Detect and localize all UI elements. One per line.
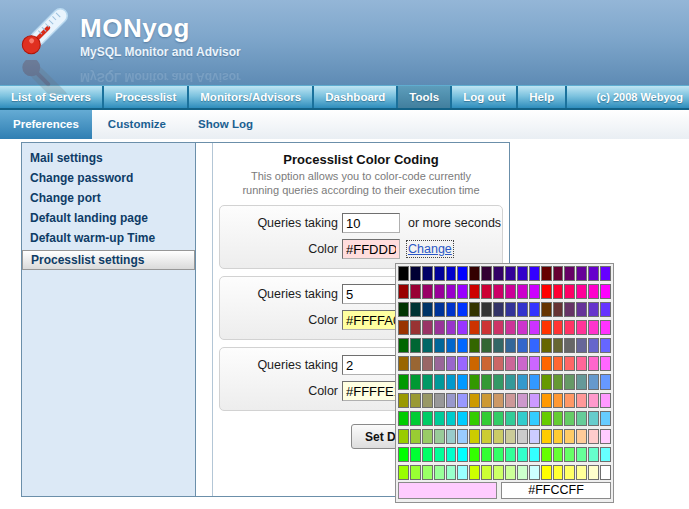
palette-swatch-99FFFF[interactable] [457,465,468,480]
palette-swatch-330099[interactable] [505,266,516,281]
palette-swatch-9966CC[interactable] [446,356,457,371]
palette-swatch-990033[interactable] [410,284,421,299]
palette-swatch-9999FF[interactable] [457,393,468,408]
palette-swatch-999999[interactable] [434,393,445,408]
palette-swatch-FF0033[interactable] [553,284,564,299]
palette-swatch-330066[interactable] [493,266,504,281]
nav-tab-dashboard[interactable]: Dashboard [314,86,398,108]
palette-swatch-0099CC[interactable] [446,374,457,389]
palette-swatch-006600[interactable] [398,338,409,353]
nav-tab-monitors-advisors[interactable]: Monitors/Advisors [189,86,314,108]
nav-tab-help[interactable]: Help [518,86,567,108]
palette-swatch-339999[interactable] [505,374,516,389]
palette-swatch-CCCCFF[interactable] [529,429,540,444]
palette-swatch-FFFFFF[interactable] [600,465,611,480]
palette-swatch-66CC00[interactable] [541,411,552,426]
palette-swatch-99FF00[interactable] [398,465,409,480]
palette-swatch-330000[interactable] [469,266,480,281]
palette-swatch-660033[interactable] [553,266,564,281]
palette-swatch-6633FF[interactable] [600,302,611,317]
palette-swatch-339933[interactable] [481,374,492,389]
palette-swatch-00FF66[interactable] [422,447,433,462]
palette-swatch-003366[interactable] [422,302,433,317]
palette-swatch-FFCC66[interactable] [564,429,575,444]
palette-swatch-33CC66[interactable] [493,411,504,426]
palette-swatch-000033[interactable] [410,266,421,281]
palette-swatch-003300[interactable] [398,302,409,317]
palette-swatch-999933[interactable] [410,393,421,408]
palette-swatch-66FF66[interactable] [564,447,575,462]
palette-swatch-CC66FF[interactable] [529,356,540,371]
palette-swatch-FF0066[interactable] [564,284,575,299]
palette-swatch-996633[interactable] [410,356,421,371]
color-hex-field[interactable]: #FFCCFF [501,482,611,499]
palette-swatch-CCCC66[interactable] [493,429,504,444]
palette-swatch-009966[interactable] [422,374,433,389]
palette-swatch-66CC66[interactable] [564,411,575,426]
palette-swatch-669900[interactable] [541,374,552,389]
palette-swatch-00FF33[interactable] [410,447,421,462]
palette-swatch-999900[interactable] [398,393,409,408]
palette-swatch-66FF00[interactable] [541,447,552,462]
palette-swatch-CC0033[interactable] [481,284,492,299]
palette-swatch-00CC00[interactable] [398,411,409,426]
palette-swatch-3333CC[interactable] [517,302,528,317]
palette-swatch-99FF33[interactable] [410,465,421,480]
palette-swatch-FFCC00[interactable] [541,429,552,444]
palette-swatch-336600[interactable] [469,338,480,353]
palette-swatch-339966[interactable] [493,374,504,389]
palette-swatch-0000FF[interactable] [457,266,468,281]
palette-swatch-9966FF[interactable] [457,356,468,371]
palette-swatch-FF9900[interactable] [541,393,552,408]
palette-swatch-0033FF[interactable] [457,302,468,317]
palette-swatch-33CC99[interactable] [505,411,516,426]
palette-swatch-FF0000[interactable] [541,284,552,299]
palette-swatch-993366[interactable] [422,320,433,335]
palette-swatch-FF0099[interactable] [576,284,587,299]
palette-swatch-99CCCC[interactable] [446,429,457,444]
palette-swatch-999966[interactable] [422,393,433,408]
palette-swatch-006666[interactable] [422,338,433,353]
palette-swatch-FF9999[interactable] [576,393,587,408]
palette-swatch-CCFF66[interactable] [493,465,504,480]
palette-swatch-FFFF00[interactable] [541,465,552,480]
palette-swatch-663366[interactable] [564,302,575,317]
palette-swatch-99CC99[interactable] [434,429,445,444]
palette-swatch-CCFF99[interactable] [505,465,516,480]
palette-swatch-333399[interactable] [505,302,516,317]
palette-swatch-660066[interactable] [564,266,575,281]
color-input-1[interactable] [342,239,400,259]
palette-swatch-CC0066[interactable] [493,284,504,299]
palette-swatch-00CCFF[interactable] [457,411,468,426]
nav-tab-log-out[interactable]: Log out [452,86,518,108]
palette-swatch-00FFCC[interactable] [446,447,457,462]
palette-swatch-993300[interactable] [398,320,409,335]
palette-swatch-00CC33[interactable] [410,411,421,426]
palette-swatch-333300[interactable] [469,302,480,317]
palette-swatch-FF3399[interactable] [576,320,587,335]
palette-swatch-990099[interactable] [434,284,445,299]
palette-swatch-FF66CC[interactable] [588,356,599,371]
palette-swatch-CCFF33[interactable] [481,465,492,480]
palette-swatch-CC33CC[interactable] [517,320,528,335]
palette-swatch-66CC33[interactable] [553,411,564,426]
palette-swatch-CC9933[interactable] [481,393,492,408]
palette-swatch-CC3300[interactable] [469,320,480,335]
palette-swatch-CC00CC[interactable] [517,284,528,299]
palette-swatch-6633CC[interactable] [588,302,599,317]
palette-swatch-9933CC[interactable] [446,320,457,335]
palette-swatch-333366[interactable] [493,302,504,317]
palette-swatch-CCFFFF[interactable] [529,465,540,480]
palette-swatch-330033[interactable] [481,266,492,281]
palette-swatch-CC99FF[interactable] [529,393,540,408]
palette-swatch-99FFCC[interactable] [446,465,457,480]
palette-swatch-6699FF[interactable] [600,374,611,389]
palette-swatch-993333[interactable] [410,320,421,335]
palette-swatch-33FF99[interactable] [505,447,516,462]
palette-swatch-336666[interactable] [493,338,504,353]
palette-swatch-669999[interactable] [576,374,587,389]
palette-swatch-66FFFF[interactable] [600,447,611,462]
palette-swatch-3366FF[interactable] [529,338,540,353]
palette-swatch-9900FF[interactable] [457,284,468,299]
palette-swatch-336633[interactable] [481,338,492,353]
